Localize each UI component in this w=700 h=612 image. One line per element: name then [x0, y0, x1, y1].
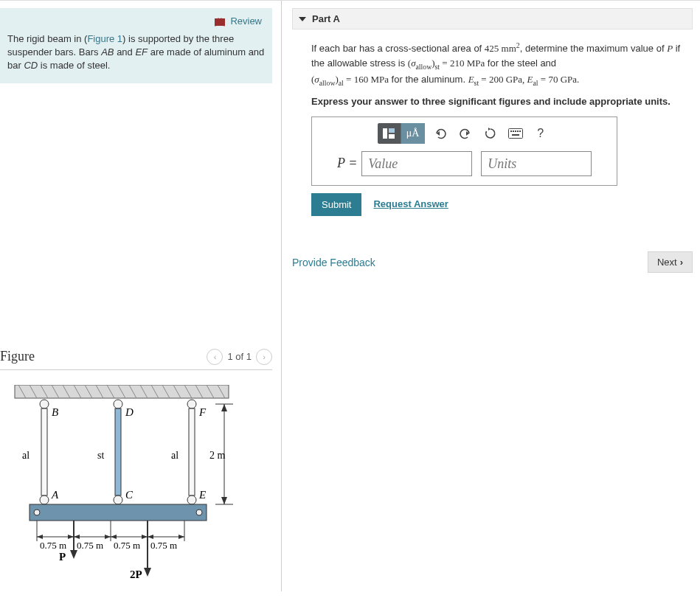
- svg-marker-60: [488, 128, 491, 131]
- svg-point-31: [196, 510, 202, 515]
- svg-marker-47: [111, 535, 117, 539]
- part-a-title: Part A: [312, 13, 340, 24]
- label-al2: al: [171, 450, 179, 461]
- svg-rect-64: [515, 131, 516, 132]
- answer-toolbar: μÅ ?: [337, 123, 592, 144]
- figure-image: B D F A C E al st al 2: [0, 370, 272, 584]
- svg-marker-45: [74, 535, 80, 539]
- label-D: D: [125, 406, 134, 418]
- label-A: A: [51, 489, 59, 501]
- svg-marker-54: [144, 568, 151, 577]
- templates-button[interactable]: [378, 123, 401, 144]
- svg-marker-52: [70, 550, 77, 559]
- figure-next-button[interactable]: ›: [256, 349, 272, 365]
- keyboard-button[interactable]: [505, 123, 527, 144]
- label-C: C: [125, 489, 134, 501]
- undo-button[interactable]: [429, 123, 451, 144]
- dim-d1: 0.75 m: [40, 540, 66, 551]
- next-label: Next: [657, 257, 677, 268]
- svg-point-28: [187, 495, 196, 504]
- review-link[interactable]: Review: [7, 15, 265, 32]
- intro-text: The rigid beam in (Figure 1) is supporte…: [7, 32, 265, 73]
- request-answer-link[interactable]: Request Answer: [373, 197, 448, 212]
- svg-rect-63: [513, 131, 514, 132]
- instruction-text: Express your answer to three significant…: [311, 94, 688, 109]
- chevron-right-icon: ›: [680, 257, 683, 268]
- dim-d4: 0.75 m: [150, 540, 177, 551]
- next-button[interactable]: Next ›: [648, 251, 693, 273]
- svg-rect-61: [508, 129, 522, 139]
- svg-rect-65: [517, 131, 519, 132]
- svg-marker-35: [221, 404, 227, 411]
- part-a-header[interactable]: Part A: [292, 8, 693, 29]
- svg-rect-55: [383, 128, 387, 139]
- svg-rect-56: [389, 128, 395, 133]
- figure-title: Figure: [0, 349, 35, 364]
- figure-link[interactable]: Figure 1: [87, 33, 122, 44]
- provide-feedback-link[interactable]: Provide Feedback: [292, 257, 375, 268]
- label-B: B: [52, 406, 58, 418]
- review-label: Review: [230, 15, 262, 27]
- dim-d3: 0.75 m: [114, 540, 140, 551]
- label-al1: al: [22, 450, 30, 461]
- svg-rect-67: [512, 134, 519, 136]
- units-input[interactable]: [481, 151, 592, 176]
- svg-marker-46: [105, 535, 111, 539]
- svg-rect-66: [519, 131, 521, 132]
- svg-rect-57: [389, 134, 395, 139]
- figure-nav: ‹ 1 of 1 ›: [207, 349, 272, 365]
- svg-marker-48: [142, 535, 148, 539]
- load-2P: 2P: [130, 568, 142, 580]
- svg-rect-24: [115, 408, 121, 495]
- answer-box: μÅ ? P =: [311, 117, 617, 186]
- svg-point-22: [187, 400, 196, 408]
- label-E: E: [198, 489, 206, 501]
- svg-point-27: [114, 495, 122, 504]
- svg-point-26: [40, 495, 49, 504]
- reset-button[interactable]: [479, 123, 502, 144]
- load-P: P: [59, 551, 66, 563]
- redo-button[interactable]: [454, 123, 477, 144]
- label-F: F: [198, 406, 207, 418]
- figure-count: 1 of 1: [227, 351, 252, 362]
- svg-marker-50: [179, 535, 184, 539]
- svg-rect-62: [510, 131, 512, 132]
- dim-2m: 2 m: [209, 450, 226, 461]
- svg-marker-49: [148, 535, 153, 539]
- submit-button[interactable]: Submit: [311, 193, 361, 216]
- figure-prev-button[interactable]: ‹: [207, 349, 223, 365]
- svg-point-21: [114, 400, 122, 408]
- svg-rect-23: [41, 408, 47, 495]
- svg-marker-36: [221, 497, 227, 504]
- svg-marker-44: [68, 535, 74, 539]
- svg-point-30: [34, 510, 40, 515]
- chevron-down-icon: [299, 17, 306, 21]
- svg-point-20: [40, 400, 49, 408]
- problem-intro: Review The rigid beam in (Figure 1) is s…: [0, 8, 272, 83]
- value-input[interactable]: [361, 151, 472, 176]
- label-st: st: [97, 450, 104, 461]
- part-a-body: If each bar has a cross-sectional area o…: [292, 29, 693, 219]
- dim-d2: 0.75 m: [77, 540, 103, 551]
- help-button[interactable]: ?: [530, 123, 552, 144]
- units-mu-button[interactable]: μÅ: [401, 123, 425, 144]
- svg-rect-29: [30, 504, 207, 521]
- book-icon: [215, 18, 225, 26]
- svg-rect-25: [189, 408, 195, 495]
- svg-marker-43: [37, 535, 43, 539]
- P-label: P =: [337, 153, 357, 174]
